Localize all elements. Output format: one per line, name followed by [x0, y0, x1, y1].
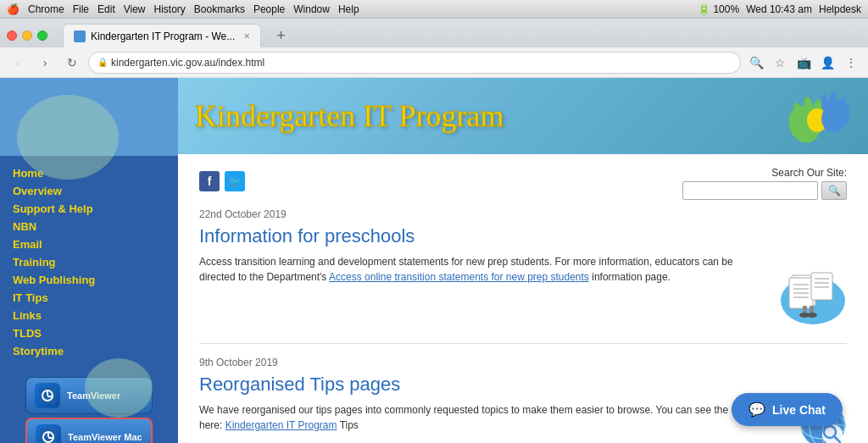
- site-title: Kindergarten IT Program: [195, 98, 504, 134]
- forward-button[interactable]: ›: [34, 52, 56, 74]
- menu-window[interactable]: Window: [293, 3, 330, 15]
- article-1-body: Access transition learning and developme…: [199, 254, 847, 330]
- search-input[interactable]: [682, 181, 818, 200]
- chat-bubble-icon: 💬: [748, 401, 765, 418]
- sidebar-item-nbn[interactable]: NBN: [0, 218, 178, 235]
- search-button[interactable]: 🔍: [821, 181, 847, 200]
- menu-icon-button[interactable]: ⋮: [841, 53, 861, 73]
- teamviewer-mac-label: TeamViewer Mac: [68, 432, 142, 442]
- os-battery: 🔋 100%: [698, 3, 739, 15]
- facebook-icon[interactable]: f: [199, 171, 220, 191]
- twitter-icon[interactable]: 🐦: [225, 171, 245, 191]
- traffic-lights: [7, 30, 47, 41]
- svg-rect-27: [811, 273, 832, 300]
- page-content: Kindergarten IT Program Home: [0, 78, 868, 443]
- svg-rect-14: [47, 396, 52, 397]
- apple-menu[interactable]: 🍎: [7, 3, 19, 15]
- profile-icon-button[interactable]: 👤: [817, 53, 837, 73]
- sidebar-item-support[interactable]: Support & Help: [0, 200, 178, 218]
- header-logo: [783, 86, 851, 146]
- search-label: Search Our Site:: [682, 167, 847, 179]
- close-button[interactable]: [7, 30, 17, 41]
- os-helpdesk: Helpdesk: [819, 3, 861, 15]
- svg-rect-13: [47, 390, 48, 396]
- article-1-date: 22nd October 2019: [199, 208, 847, 220]
- tab-title: Kindergarten IT Program - We...: [91, 30, 235, 42]
- search-icon-button[interactable]: 🔍: [746, 53, 766, 73]
- article-1-title: Information for preschools: [199, 225, 847, 247]
- back-button[interactable]: ‹: [7, 52, 29, 74]
- sidebar-item-tlds[interactable]: TLDS: [0, 324, 178, 342]
- os-menubar: 🍎 Chrome File Edit View History Bookmark…: [0, 0, 868, 19]
- sidebar-item-overview[interactable]: Overview: [0, 182, 178, 200]
- teamviewer-mac-icon: [36, 424, 61, 443]
- teamviewer-mac-button[interactable]: TeamViewer Mac: [25, 418, 153, 443]
- lock-icon: 🔒: [97, 58, 108, 67]
- teamviewer-icon: [35, 383, 60, 408]
- menu-bookmarks[interactable]: Bookmarks: [194, 3, 245, 15]
- address-bar[interactable]: 🔒 kindergarten.vic.gov.au/index.html: [88, 52, 741, 74]
- site-header: Kindergarten IT Program: [178, 78, 868, 154]
- sidebar-nav: Home Overview Support & Help NBN Email T…: [0, 156, 178, 368]
- svg-rect-18: [47, 432, 49, 437]
- social-icons: f 🐦: [199, 171, 682, 191]
- article-2-link[interactable]: Kindergarten IT Program: [225, 419, 337, 431]
- minimize-button[interactable]: [22, 30, 32, 41]
- url-text: kindergarten.vic.gov.au/index.html: [111, 57, 264, 69]
- svg-rect-19: [48, 437, 53, 439]
- search-bar: Search Our Site: 🔍: [682, 167, 847, 200]
- bg-blob-1: [17, 95, 119, 180]
- article-1-image: [779, 258, 847, 326]
- live-chat-button[interactable]: 💬 Live Chat: [732, 393, 843, 426]
- tab-bar: Kindergarten IT Program - We... ✕ +: [0, 19, 868, 47]
- menu-chrome[interactable]: Chrome: [28, 3, 64, 15]
- article-1-link[interactable]: Access online transition statements for …: [329, 271, 589, 283]
- sidebar-item-training[interactable]: Training: [0, 253, 178, 271]
- active-tab[interactable]: Kindergarten IT Program - We... ✕: [63, 24, 261, 47]
- menu-people[interactable]: People: [253, 3, 285, 15]
- svg-point-34: [807, 313, 817, 318]
- live-chat-label: Live Chat: [772, 403, 826, 417]
- new-tab-button[interactable]: +: [270, 27, 292, 45]
- nav-bar: ‹ › ↻ 🔒 kindergarten.vic.gov.au/index.ht…: [0, 47, 868, 78]
- menu-file[interactable]: File: [73, 3, 89, 15]
- article-divider: [199, 343, 847, 344]
- sidebar-item-webpublishing[interactable]: Web Publishing: [0, 271, 178, 289]
- refresh-button[interactable]: ↻: [61, 52, 83, 74]
- bookmark-icon-button[interactable]: ☆: [770, 53, 790, 73]
- sidebar-item-email[interactable]: Email: [0, 235, 178, 253]
- bg-blob-2: [85, 358, 153, 418]
- article-1: 22nd October 2019 Information for presch…: [199, 208, 847, 330]
- menu-view[interactable]: View: [124, 3, 146, 15]
- tab-favicon: [74, 30, 86, 42]
- menu-help[interactable]: Help: [338, 3, 359, 15]
- os-time: Wed 10:43 am: [746, 3, 812, 15]
- menu-edit[interactable]: Edit: [97, 3, 115, 15]
- sidebar-item-links[interactable]: Links: [0, 307, 178, 324]
- tab-close-button[interactable]: ✕: [243, 31, 250, 41]
- sidebar-item-ittips[interactable]: IT Tips: [0, 289, 178, 307]
- maximize-button[interactable]: [37, 30, 47, 41]
- sidebar-item-storytime[interactable]: Storytime: [0, 342, 178, 360]
- article-2-date: 9th October 2019: [199, 357, 847, 368]
- cast-icon-button[interactable]: 📺: [793, 53, 814, 73]
- menu-history[interactable]: History: [154, 3, 186, 15]
